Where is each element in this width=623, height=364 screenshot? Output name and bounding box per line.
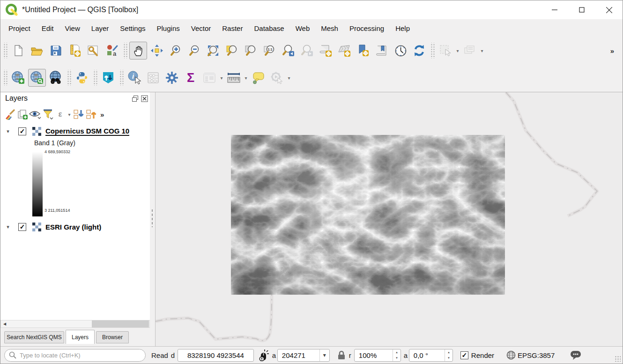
qms-add-layer-button[interactable] (9, 69, 27, 87)
identify-features-button[interactable]: i (126, 69, 143, 87)
layer-row-copernicus[interactable]: Copernicus DSM COG 10 (0, 126, 129, 136)
tab-browser[interactable]: Browser (96, 331, 129, 343)
menu-mesh[interactable]: Mesh (315, 22, 344, 35)
zoom-out-button[interactable] (185, 42, 203, 59)
panel-close-button[interactable] (141, 95, 148, 103)
qms-geo-search-button[interactable] (47, 69, 65, 87)
layer-row-esri-gray[interactable]: ESRI Gray (light) (0, 222, 101, 232)
render-checkbox[interactable] (460, 351, 468, 359)
menu-view[interactable]: View (59, 22, 86, 35)
map-canvas[interactable] (155, 92, 623, 347)
tab-search-nextgis-qms[interactable]: Search NextGIS QMS (4, 331, 64, 343)
manage-map-themes-button[interactable] (29, 108, 41, 121)
show-layout-manager-button[interactable] (84, 42, 102, 59)
new-project-button[interactable] (9, 42, 27, 59)
toolbar-grip[interactable] (3, 43, 7, 59)
menu-database[interactable]: Database (248, 22, 289, 35)
toolbar-overflow-chevron[interactable]: » (608, 47, 617, 55)
temporal-controller-button[interactable] (392, 42, 409, 59)
mouse-tracking-icon[interactable] (257, 349, 269, 361)
toolbar-grip[interactable] (123, 43, 127, 59)
attribute-table-dropdown[interactable] (219, 75, 224, 81)
coordinate-box[interactable]: 8328190 4923544 (178, 349, 254, 362)
menu-layer[interactable]: Layer (86, 22, 115, 35)
rotation-stepper[interactable] (445, 349, 452, 361)
scroll-left-arrow[interactable] (1, 320, 8, 327)
qms-search-button[interactable] (28, 69, 46, 87)
layer-name[interactable]: ESRI Gray (light) (45, 223, 101, 231)
collapse-all-button[interactable] (85, 108, 97, 121)
panel-float-button[interactable] (131, 95, 139, 103)
toolbar-grip[interactable] (93, 70, 97, 86)
pan-map-button[interactable] (129, 42, 147, 59)
crs-globe-icon[interactable] (506, 350, 516, 360)
crs-value[interactable]: EPSG:3857 (518, 351, 555, 359)
menu-help[interactable]: Help (390, 22, 415, 35)
zoom-in-button[interactable] (167, 42, 185, 59)
magnifier-value[interactable]: 100% (355, 351, 393, 359)
scale-combo[interactable]: 204271 (277, 349, 330, 362)
rotation-spinbox[interactable]: 0,0 ° (409, 349, 453, 362)
magnifier-stepper[interactable] (393, 349, 400, 361)
locator-input[interactable] (20, 352, 141, 359)
layer-checkbox[interactable] (18, 127, 26, 135)
panel-horizontal-scrollbar[interactable] (0, 320, 150, 328)
processing-toolbox-button[interactable] (163, 69, 181, 87)
menu-project[interactable]: Project (3, 22, 36, 35)
layer-name[interactable]: Copernicus DSM COG 10 (45, 127, 129, 136)
resize-grip[interactable] (615, 356, 621, 362)
open-layer-styling-button[interactable] (3, 108, 16, 121)
style-manager-button[interactable]: a (103, 42, 121, 59)
toolbar-grip[interactable] (119, 70, 124, 86)
menu-plugins[interactable]: Plugins (151, 22, 185, 35)
menu-processing[interactable]: Processing (344, 22, 390, 35)
close-button[interactable] (595, 0, 623, 19)
messages-balloon-icon[interactable] (570, 349, 582, 361)
menu-settings[interactable]: Settings (114, 22, 151, 35)
maximize-button[interactable] (568, 0, 595, 19)
measure-dropdown[interactable] (243, 75, 249, 81)
rotation-value[interactable]: 0,0 ° (409, 351, 445, 359)
show-bookmarks-button[interactable] (373, 42, 391, 59)
toolbar-grip[interactable] (3, 70, 7, 86)
plugin-manager-button[interactable] (99, 69, 117, 87)
locator-search[interactable] (4, 349, 146, 362)
toolbar-grip[interactable] (430, 43, 435, 59)
scrollbar-thumb[interactable] (92, 320, 149, 327)
minimize-button[interactable] (541, 0, 568, 19)
expand-all-button[interactable] (72, 108, 85, 121)
scale-dropdown-arrow[interactable] (319, 349, 329, 361)
toolbar-grip[interactable] (67, 70, 71, 86)
tab-layers[interactable]: Layers (66, 330, 95, 344)
expander-icon[interactable] (5, 224, 11, 230)
open-project-button[interactable] (28, 42, 46, 59)
menu-web[interactable]: Web (290, 22, 316, 35)
panel-toolbar-overflow[interactable]: » (97, 111, 107, 119)
new-spatial-bookmark-button[interactable] (354, 42, 372, 59)
lock-icon[interactable] (337, 350, 346, 360)
zoom-native-button[interactable]: 1:1 (260, 42, 278, 59)
feature-action-dropdown[interactable] (286, 75, 292, 81)
menu-vector[interactable]: Vector (185, 22, 217, 35)
statistics-button[interactable]: Σ (182, 69, 200, 87)
filter-legend-button[interactable] (41, 108, 54, 121)
new-print-layout-button[interactable] (66, 42, 83, 59)
menu-raster[interactable]: Raster (216, 22, 248, 35)
pan-to-selection-button[interactable] (148, 42, 166, 59)
zoom-last-button[interactable] (279, 42, 297, 59)
menu-edit[interactable]: Edit (36, 22, 59, 35)
add-group-button[interactable] (16, 108, 29, 121)
save-project-button[interactable] (47, 42, 65, 59)
panel-splitter[interactable] (150, 92, 155, 328)
new-map-view-button[interactable] (317, 42, 334, 59)
measure-button[interactable] (225, 69, 243, 87)
zoom-to-selection-button[interactable] (242, 42, 260, 59)
new-3d-map-view-button[interactable] (335, 42, 353, 59)
scale-value[interactable]: 204271 (278, 351, 319, 359)
zoom-full-button[interactable] (204, 42, 222, 59)
layer-checkbox[interactable] (18, 223, 26, 231)
map-tips-button[interactable] (249, 69, 267, 87)
zoom-to-layer-button[interactable] (223, 42, 241, 59)
magnifier-spinbox[interactable]: 100% (354, 349, 401, 362)
python-console-button[interactable] (73, 69, 91, 87)
